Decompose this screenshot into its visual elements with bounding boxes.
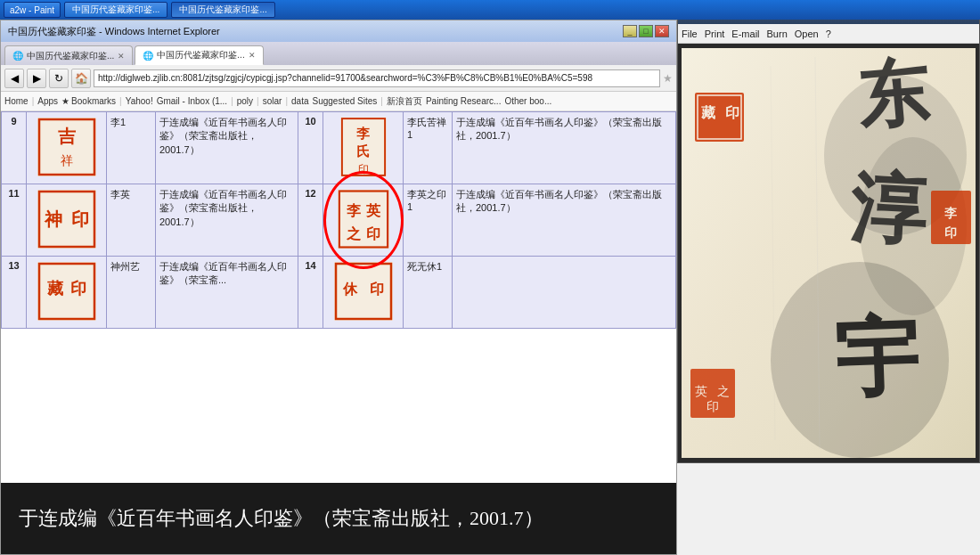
close-button[interactable]: ✕ — [655, 25, 669, 37]
tab-1-close[interactable]: ✕ — [118, 52, 125, 61]
row-14-name: 死无休1 — [404, 257, 453, 329]
svg-text:印: 印 — [725, 105, 739, 120]
bm-other[interactable]: Other boo... — [504, 96, 551, 106]
minimize-button[interactable]: _ — [623, 25, 637, 37]
seal-12-image: 李 英 之 印 — [332, 188, 395, 250]
svg-text:印: 印 — [358, 164, 369, 175]
photo-image: 东 淳 宇 藏 印 李 印 英 之 印 — [682, 48, 976, 458]
pv-content: 东 淳 宇 藏 印 李 印 英 之 印 — [678, 44, 979, 462]
tab-2-close[interactable]: ✕ — [249, 51, 256, 60]
taskbar-item-2[interactable]: 中国历代鉴藏家印鉴... — [171, 2, 274, 18]
bm-bookmarks[interactable]: ★ Bookmarks — [61, 96, 116, 106]
row-13-num: 13 — [2, 257, 27, 329]
svg-text:印: 印 — [366, 226, 380, 241]
bm-sina[interactable]: 新浪首页 — [387, 95, 422, 108]
row-14-ref — [453, 257, 676, 329]
maximize-button[interactable]: □ — [639, 25, 653, 37]
row-13-ref: 于连成编《近百年书画名人印鉴》（荣宝斋... — [156, 257, 298, 329]
row-13-seal: 藏 印 — [27, 257, 107, 329]
svg-text:印: 印 — [370, 282, 384, 297]
seal-13-image: 藏 印 — [36, 260, 98, 322]
row-11-num: 11 — [2, 184, 27, 257]
back-button[interactable]: ◀ — [4, 69, 24, 88]
row-12-num: 12 — [298, 184, 323, 257]
start-button[interactable]: a2w - Paint — [4, 2, 61, 18]
tab-2[interactable]: 🌐 中国历代鉴藏家印鉴... ✕ — [135, 45, 263, 65]
nav-bar: ◀ ▶ ↻ 🏠 ★ — [1, 65, 676, 92]
bm-home[interactable]: Home — [4, 96, 29, 106]
browser-window: 中国历代鉴藏家印鉴 - Windows Internet Explorer _ … — [0, 20, 677, 555]
reload-button[interactable]: ↻ — [49, 69, 69, 88]
pv-menu-print[interactable]: Print — [705, 29, 725, 39]
table-row: 9 吉 祥 李1 于连成编《近百年书画名人印鉴》（荣宝斋出版社，2001.7） … — [2, 112, 676, 184]
pv-menu-file[interactable]: File — [682, 29, 698, 39]
bm-data[interactable]: data — [291, 96, 308, 106]
svg-text:吉: 吉 — [58, 127, 77, 146]
svg-text:氏: 氏 — [356, 143, 370, 159]
bookmarks-bar: Home | Apps ★ Bookmarks | Yahoo! Gmail -… — [1, 92, 676, 111]
row-12-ref: 于连成编《近百年书画名人印鉴》（荣宝斋出版社，2001.7） — [453, 184, 676, 257]
row-14-num: 14 — [298, 257, 323, 329]
forward-button[interactable]: ▶ — [27, 69, 46, 88]
caption-text: 于连成编《近百年书画名人印鉴》（荣宝斋出版社，2001.7） — [19, 505, 543, 532]
bm-suggested[interactable]: Suggested Sites — [312, 96, 377, 106]
bm-poly[interactable]: poly — [237, 96, 253, 106]
home-button[interactable]: 🏠 — [71, 69, 91, 88]
taskbar-item-1-label: 中国历代鉴藏家印鉴... — [72, 4, 159, 16]
table-row: 11 神 印 李英 于连成编《近百年书画名人印鉴》（荣宝斋出版社，2001.7）… — [2, 184, 676, 257]
svg-text:印: 印 — [70, 280, 86, 298]
url-input[interactable] — [94, 69, 660, 87]
row-11-ref: 于连成编《近百年书画名人印鉴》（荣宝斋出版社，2001.7） — [156, 184, 298, 257]
row-9-num: 9 — [2, 112, 27, 184]
bm-solar[interactable]: solar — [263, 96, 282, 106]
photo-viewer: 20160314_180417769_iOS - Windows Photo V… — [677, 0, 980, 463]
seal-table: 9 吉 祥 李1 于连成编《近百年书画名人印鉴》（荣宝斋出版社，2001.7） … — [1, 111, 676, 329]
browser-content: 9 吉 祥 李1 于连成编《近百年书画名人印鉴》（荣宝斋出版社，2001.7） … — [1, 111, 676, 554]
tab-2-label: 中国历代鉴藏家印鉴... — [157, 49, 244, 61]
row-10-num: 10 — [298, 112, 323, 184]
svg-text:李: 李 — [346, 203, 360, 218]
pv-menu-help[interactable]: ? — [826, 29, 831, 39]
pv-menu-open[interactable]: Open — [795, 29, 819, 39]
svg-text:宇: 宇 — [833, 308, 921, 406]
svg-text:休: 休 — [342, 282, 358, 297]
row-10-name: 李氏苦禅1 — [404, 112, 453, 184]
tab-1[interactable]: 🌐 中国历代鉴藏家印鉴... ✕ — [4, 45, 133, 65]
svg-text:印: 印 — [706, 400, 719, 413]
svg-text:之: 之 — [345, 225, 361, 241]
svg-text:祥: 祥 — [61, 154, 73, 167]
svg-text:之: 之 — [717, 385, 730, 398]
row-11-name: 李英 — [107, 184, 156, 257]
taskbar-item-2-label: 中国历代鉴藏家印鉴... — [179, 4, 266, 16]
caption-area: 于连成编《近百年书画名人印鉴》（荣宝斋出版社，2001.7） — [1, 483, 676, 554]
svg-text:藏: 藏 — [47, 280, 64, 298]
bm-gmail[interactable]: Gmail - Inbox (1... — [157, 96, 227, 106]
table-row: 13 藏 印 神州艺 于连成编《近百年书画名人印鉴》（荣宝斋... 14 — [2, 257, 676, 329]
row-9-name: 李1 — [107, 112, 156, 184]
star-icon[interactable]: ★ — [663, 72, 673, 85]
pv-menu-burn[interactable]: Burn — [767, 29, 788, 39]
seal-9-image: 吉 祥 — [36, 116, 98, 178]
pv-menu-email[interactable]: E-mail — [731, 29, 759, 39]
row-11-seal: 神 印 — [27, 184, 107, 257]
bm-apps[interactable]: Apps — [37, 96, 58, 106]
taskbar-item-1[interactable]: 中国历代鉴藏家印鉴... — [64, 2, 167, 18]
row-14-seal: 休 印 — [323, 257, 404, 329]
browser-title: 中国历代鉴藏家印鉴 - Windows Internet Explorer — [8, 25, 220, 38]
seal-14-image: 休 印 — [332, 260, 395, 322]
svg-text:神: 神 — [44, 209, 62, 229]
svg-text:英: 英 — [695, 385, 707, 398]
svg-text:淳: 淳 — [848, 165, 929, 253]
bm-painting[interactable]: Painting Researc... — [426, 96, 502, 106]
svg-text:英: 英 — [365, 203, 381, 218]
row-12-seal: 李 英 之 印 — [323, 184, 404, 257]
browser-titlebar: 中国历代鉴藏家印鉴 - Windows Internet Explorer _ … — [1, 20, 676, 42]
bm-yahoo[interactable]: Yahoo! — [126, 96, 153, 106]
window-controls: _ □ ✕ — [623, 25, 669, 37]
pv-menubar: File Print E-mail Burn Open ? — [678, 24, 979, 44]
browser-tabs: 🌐 中国历代鉴藏家印鉴... ✕ 🌐 中国历代鉴藏家印鉴... ✕ — [1, 42, 676, 65]
taskbar[interactable]: a2w - Paint 中国历代鉴藏家印鉴... 中国历代鉴藏家印鉴... — [0, 0, 980, 20]
svg-text:东: 东 — [854, 53, 933, 138]
svg-text:印: 印 — [71, 209, 89, 229]
svg-text:藏: 藏 — [701, 105, 716, 120]
